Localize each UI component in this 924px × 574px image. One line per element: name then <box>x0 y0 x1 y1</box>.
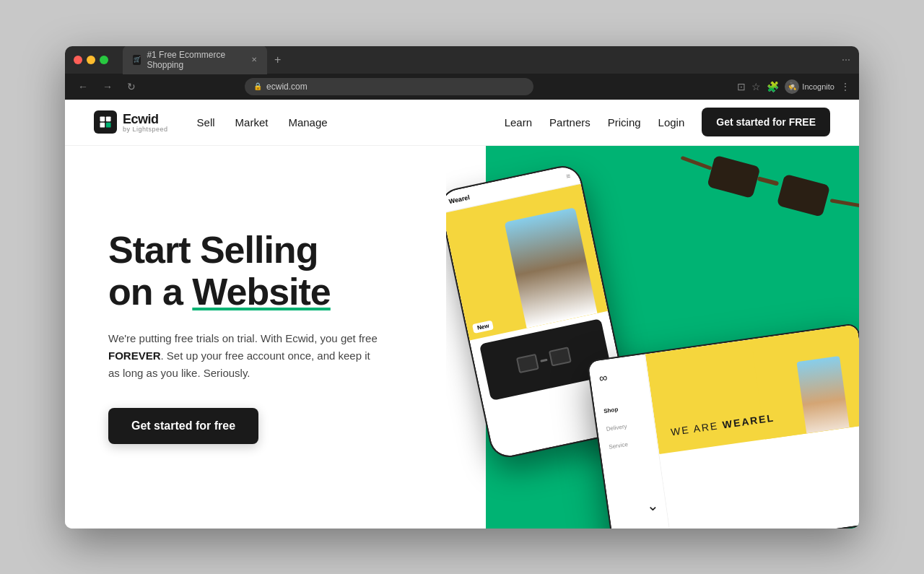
tablet-logo-icon: ∞ <box>598 367 640 385</box>
back-button[interactable]: ← <box>74 79 92 94</box>
profile-name: Incognito <box>802 82 834 91</box>
sunglass-lens-left <box>707 155 760 198</box>
svg-rect-0 <box>100 117 105 122</box>
sunglasses-decoration <box>703 151 842 233</box>
window-controls: ⋯ <box>842 55 850 65</box>
nav-partners[interactable]: Partners <box>549 116 590 129</box>
tablet-content: WE ARE WEAREL <box>645 324 859 529</box>
address-bar[interactable]: 🔒 ecwid.com <box>245 78 533 95</box>
tablet-nav-shop[interactable]: Shop <box>603 399 644 417</box>
sunglass-temple-right <box>830 199 859 208</box>
traffic-lights <box>74 56 108 64</box>
cast-icon[interactable]: ⊡ <box>737 81 746 92</box>
browser-navbar: ← → ↻ 🔒 ecwid.com ⊡ ☆ 🧩 🕵 Incognito ⋮ <box>65 74 859 100</box>
website-content: Ecwid by Lightspeed Sell Market Manage L… <box>65 100 859 529</box>
tablet-text-overlay: WE ARE WEAREL <box>670 412 775 438</box>
sunglass-bridge <box>757 176 780 186</box>
hero-title: Start Selling on a Website <box>108 230 417 312</box>
logo[interactable]: Ecwid by Lightspeed <box>94 110 168 134</box>
nav-learn[interactable]: Learn <box>505 116 532 129</box>
glasses-left-lens <box>516 353 539 373</box>
hero-left: Start Selling on a Website We're putting… <box>65 146 446 529</box>
glasses-bridge <box>540 358 547 362</box>
phone-brand-logo: Wearel <box>448 193 471 204</box>
menu-icon[interactable]: ⋮ <box>840 81 850 92</box>
logo-icon <box>94 110 117 134</box>
close-button[interactable] <box>74 56 82 64</box>
phone-new-badge: New <box>472 320 494 334</box>
nav-pricing[interactable]: Pricing <box>608 116 641 129</box>
minimize-button[interactable] <box>87 56 95 64</box>
glasses-right-lens <box>549 347 572 366</box>
sunglass-frame <box>705 151 835 225</box>
sunglass-temple-left <box>681 155 712 170</box>
nav-left-links: Sell Market Manage <box>197 116 328 129</box>
hero-desc-line1: We're putting free trials on trial. With… <box>108 332 378 379</box>
logo-subtitle: by Lightspeed <box>123 126 168 133</box>
bookmark-icon[interactable]: ☆ <box>751 81 761 92</box>
maximize-button[interactable] <box>100 56 108 64</box>
tablet-screen: ∞ Shop Delivery Service WE ARE WEAREL <box>588 324 859 529</box>
phone-person-image <box>505 207 598 329</box>
tab-bar: 🛒 #1 Free Ecommerce Shopping ✕ + <box>123 46 836 74</box>
forward-button[interactable]: → <box>98 79 117 94</box>
sunglass-lens-right <box>777 173 830 217</box>
incognito-profile[interactable]: 🕵 Incognito <box>785 79 834 94</box>
tablet-nav-service[interactable]: Service <box>608 435 649 453</box>
refresh-button[interactable]: ↻ <box>123 79 140 94</box>
active-tab[interactable]: 🛒 #1 Free Ecommerce Shopping ✕ <box>123 46 267 74</box>
browser-titlebar: 🛒 #1 Free Ecommerce Shopping ✕ + ⋯ <box>65 46 859 74</box>
tablet-we-are-text: WE ARE WEAREL <box>670 412 775 438</box>
tab-close-icon[interactable]: ✕ <box>251 56 257 64</box>
tablet-mockup: ∞ Shop Delivery Service WE ARE WEAREL <box>586 322 859 528</box>
extensions-icon[interactable]: 🧩 <box>767 81 779 92</box>
lock-icon: 🔒 <box>253 82 262 90</box>
svg-rect-3 <box>106 123 111 128</box>
tab-favicon: 🛒 <box>133 55 141 65</box>
hero-cta-button[interactable]: Get started for free <box>108 408 258 444</box>
hero-right: Wearel ≡ New <box>446 146 859 529</box>
tablet-hero-area: WE ARE WEAREL <box>645 324 859 454</box>
tablet-nav-delivery[interactable]: Delivery <box>606 417 647 435</box>
chevron-down-icon: ⌄ <box>647 497 659 513</box>
phone-menu-icon: ≡ <box>565 171 571 180</box>
svg-rect-2 <box>100 123 105 128</box>
nav-manage[interactable]: Manage <box>288 116 327 129</box>
logo-text: Ecwid by Lightspeed <box>123 112 168 133</box>
svg-rect-1 <box>106 117 111 122</box>
nav-right-links: Learn Partners Pricing Login Get started… <box>505 108 830 136</box>
hero-title-highlight: Website <box>192 271 330 313</box>
new-tab-button[interactable]: + <box>270 52 285 68</box>
tab-title: #1 Free Ecommerce Shopping <box>147 50 243 70</box>
phone-glasses-product <box>515 343 576 376</box>
browser-nav-right: ⊡ ☆ 🧩 🕵 Incognito ⋮ <box>737 79 850 94</box>
nav-market[interactable]: Market <box>235 116 269 129</box>
nav-sell[interactable]: Sell <box>197 116 215 129</box>
scroll-indicator: ⌄ <box>647 497 659 514</box>
profile-avatar: 🕵 <box>785 79 799 94</box>
nav-login[interactable]: Login <box>658 116 685 129</box>
hero-title-line1: Start Selling <box>108 229 318 271</box>
hero-description: We're putting free trials on trial. With… <box>108 330 383 382</box>
hero-title-line2-prefix: on a <box>108 271 192 313</box>
site-nav: Ecwid by Lightspeed Sell Market Manage L… <box>65 100 859 146</box>
url-text: ecwid.com <box>266 82 308 92</box>
logo-brand: Ecwid <box>123 112 168 127</box>
browser-window: 🛒 #1 Free Ecommerce Shopping ✕ + ⋯ ← → ↻… <box>65 46 859 529</box>
hero-section: Start Selling on a Website We're putting… <box>65 146 859 529</box>
nav-cta-button[interactable]: Get started for FREE <box>702 108 830 136</box>
